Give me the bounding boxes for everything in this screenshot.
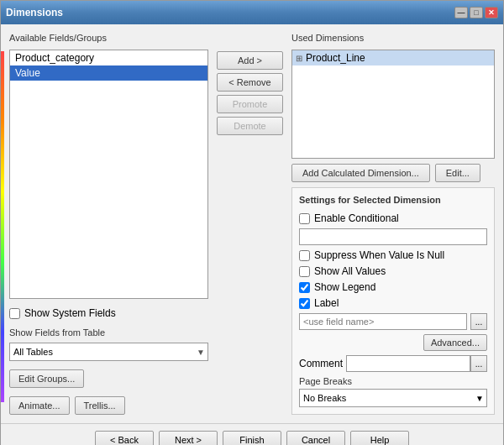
back-button[interactable]: < Back (95, 431, 154, 445)
show-all-values-checkbox[interactable] (299, 266, 310, 277)
enable-conditional-checkbox[interactable] (299, 213, 310, 224)
field-name-row: ... (299, 313, 487, 330)
page-breaks-dropdown-container: No Breaks Before After Before and After … (299, 389, 487, 407)
edit-dimension-button[interactable]: Edit... (435, 164, 480, 182)
suppress-when-null-row: Suppress When Value Is Null (299, 249, 487, 261)
expand-icon: ⊞ (296, 54, 302, 63)
show-legend-row: Show Legend (299, 281, 487, 293)
edit-groups-row: Edit Groups... (9, 369, 208, 388)
available-fields-label: Available Fields/Groups (9, 33, 208, 43)
show-all-values-row: Show All Values (299, 265, 487, 277)
add-button[interactable]: Add > (217, 51, 283, 70)
table-dropdown-container: All Tables ▼ (9, 343, 208, 361)
label-label: Label (314, 297, 339, 309)
field-name-ellipsis-button[interactable]: ... (470, 313, 487, 330)
comment-row: Comment ... (299, 355, 487, 372)
advanced-button[interactable]: Advanced... (423, 334, 487, 351)
demote-button[interactable]: Demote (217, 117, 283, 135)
dimension-action-row: Add Calculated Dimension... Edit... (291, 164, 495, 182)
panels-container: Available Fields/Groups Product_category… (9, 33, 495, 415)
left-panel: Available Fields/Groups Product_category… (9, 33, 208, 415)
enable-conditional-label: Enable Conditional (314, 212, 399, 224)
cancel-button[interactable]: Cancel (286, 431, 345, 445)
show-legend-label: Show Legend (314, 281, 375, 293)
show-legend-checkbox[interactable] (299, 282, 310, 293)
field-item-value[interactable]: Value (10, 65, 207, 81)
main-content: Available Fields/Groups Product_category… (1, 24, 503, 423)
settings-box: Settings for Selected Dimension Enable C… (291, 187, 495, 415)
comment-label: Comment (299, 358, 343, 369)
help-button[interactable]: Help (350, 431, 409, 445)
comment-ellipsis-button[interactable]: ... (470, 355, 487, 372)
field-item-product-category[interactable]: Product_category (10, 50, 207, 65)
label-row: Label (299, 297, 487, 309)
close-button[interactable]: ✕ (485, 7, 498, 18)
dimensions-dialog: Dimensions — □ ✕ Available Fields/Groups… (0, 0, 504, 445)
dimension-label: Product_Line (306, 52, 365, 64)
edit-groups-button[interactable]: Edit Groups... (9, 369, 84, 388)
animate-button[interactable]: Animate... (9, 396, 70, 415)
show-system-fields-row: Show System Fields (9, 307, 208, 319)
trellis-button[interactable]: Trellis... (75, 396, 125, 415)
field-name-input[interactable] (299, 313, 467, 330)
minimize-button[interactable]: — (454, 7, 468, 18)
show-all-values-label: Show All Values (314, 265, 386, 277)
used-dimensions-list[interactable]: ⊞ Product_Line (291, 50, 495, 159)
conditional-input-row (299, 228, 487, 245)
page-breaks-label: Page Breaks (299, 376, 487, 386)
page-breaks-section: Page Breaks No Breaks Before After Befor… (299, 376, 487, 407)
promote-button[interactable]: Promote (217, 95, 283, 113)
window-title: Dimensions (6, 7, 63, 18)
label-checkbox[interactable] (299, 298, 310, 309)
page-breaks-dropdown[interactable]: No Breaks Before After Before and After (299, 389, 487, 407)
used-dimensions-label: Used Dimensions (291, 33, 495, 43)
title-bar-buttons: — □ ✕ (454, 7, 498, 18)
advanced-row: Advanced... (299, 334, 487, 351)
enable-conditional-row: Enable Conditional (299, 212, 487, 224)
show-system-fields-label: Show System Fields (24, 307, 116, 319)
bottom-bar: < Back Next > Finish Cancel Help (1, 423, 503, 445)
next-button[interactable]: Next > (159, 431, 218, 445)
title-bar: Dimensions — □ ✕ (1, 1, 503, 24)
show-fields-from-label: Show Fields from Table (9, 327, 208, 338)
show-system-fields-checkbox[interactable] (9, 308, 20, 319)
add-calculated-dimension-button[interactable]: Add Calculated Dimension... (291, 164, 430, 182)
suppress-when-null-checkbox[interactable] (299, 250, 310, 261)
maximize-button[interactable]: □ (470, 7, 483, 18)
middle-buttons: Add > < Remove Promote Demote (217, 33, 283, 415)
dimension-product-line[interactable]: ⊞ Product_Line (292, 50, 494, 65)
animate-trellis-row: Animate... Trellis... (9, 396, 208, 415)
remove-button[interactable]: < Remove (217, 73, 283, 92)
available-fields-list[interactable]: Product_category Value (9, 50, 208, 299)
comment-input[interactable] (346, 355, 470, 372)
right-panel: Used Dimensions ⊞ Product_Line Add Calcu… (291, 33, 495, 415)
table-dropdown[interactable]: All Tables (9, 343, 208, 361)
suppress-when-null-label: Suppress When Value Is Null (314, 249, 444, 261)
finish-button[interactable]: Finish (223, 431, 281, 445)
color-bar (1, 51, 4, 402)
conditional-value-input[interactable] (299, 228, 487, 245)
settings-title: Settings for Selected Dimension (299, 195, 487, 205)
